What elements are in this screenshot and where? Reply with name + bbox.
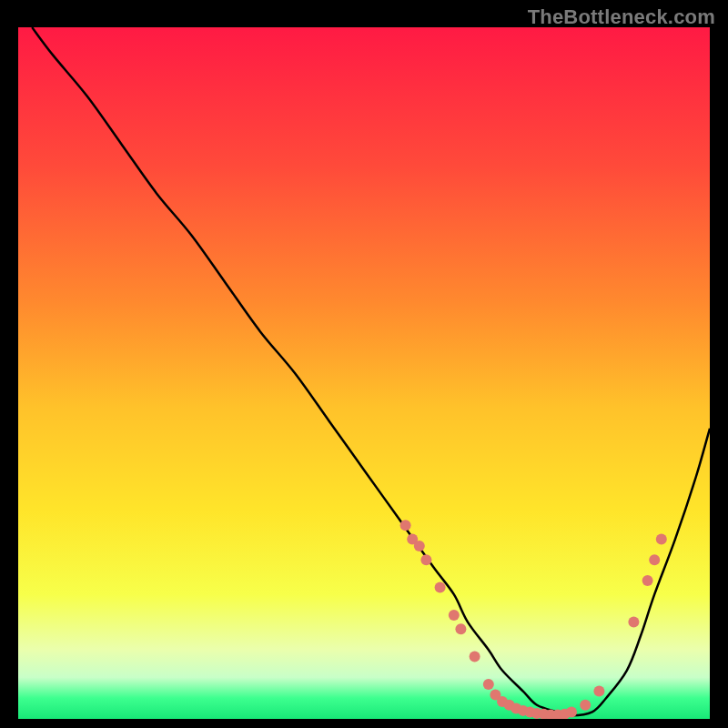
data-marker (649, 554, 660, 565)
data-marker (420, 554, 431, 565)
data-marker (414, 541, 425, 551)
data-marker (435, 582, 446, 593)
data-marker (566, 706, 577, 717)
chart-frame: TheBottleneck.com (0, 0, 728, 728)
data-marker (449, 610, 460, 621)
data-marker (455, 623, 466, 634)
data-marker (580, 700, 591, 711)
data-marker (470, 652, 480, 662)
gradient-background (18, 27, 710, 719)
data-marker (400, 520, 411, 531)
bottleneck-chart (18, 27, 710, 719)
data-marker (483, 679, 494, 690)
data-marker (593, 686, 604, 697)
plot-area (18, 27, 710, 719)
watermark-text: TheBottleneck.com (528, 5, 715, 29)
data-marker (656, 533, 667, 544)
data-marker (628, 617, 639, 628)
data-marker (642, 575, 653, 586)
